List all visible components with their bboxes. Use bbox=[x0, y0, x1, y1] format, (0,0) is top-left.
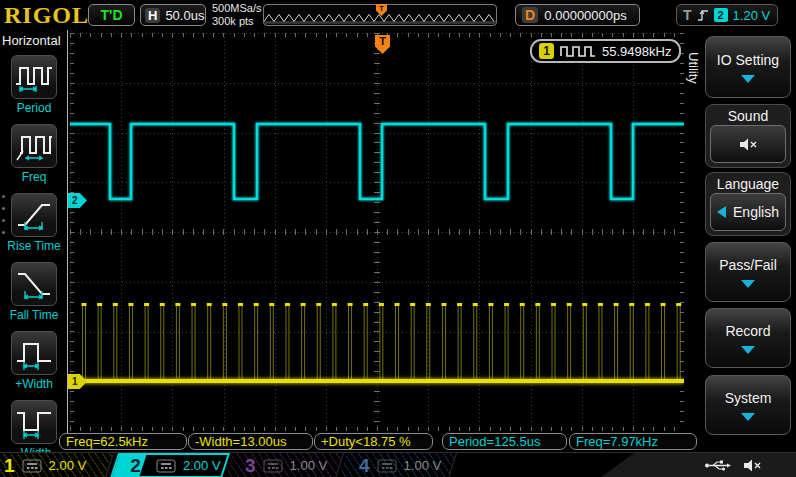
measure-plus-width-label: +Width bbox=[0, 377, 68, 391]
trigger-level-value: 1.20 V bbox=[733, 8, 771, 23]
channel-2-cell[interactable]: 2 2.00 V bbox=[110, 453, 230, 477]
dc-coupling-icon bbox=[156, 459, 176, 473]
measure-sidebar-title: Horizontal bbox=[2, 33, 61, 48]
measure-plus-width-button[interactable] bbox=[11, 331, 57, 375]
chevron-down-icon bbox=[741, 75, 755, 83]
timebase-value: 50.0us bbox=[165, 8, 204, 23]
speaker-muted-icon bbox=[742, 458, 762, 473]
chevron-left-icon bbox=[717, 206, 726, 218]
delay-label: D bbox=[522, 7, 538, 23]
menu-page-dots bbox=[2, 195, 5, 243]
waveform-display bbox=[70, 33, 684, 431]
language-value: English bbox=[733, 204, 779, 220]
trigger-source-channel: 2 bbox=[714, 8, 728, 22]
usb-icon bbox=[704, 459, 732, 472]
io-setting-button[interactable]: IO Setting bbox=[705, 36, 791, 98]
measure-freq-label: Freq bbox=[0, 170, 68, 184]
speaker-muted-icon bbox=[738, 137, 758, 152]
plus-width-icon bbox=[14, 336, 54, 370]
language-group: Language English bbox=[705, 172, 791, 236]
waveform-overview[interactable]: T bbox=[263, 4, 497, 26]
sound-label: Sound bbox=[706, 108, 790, 124]
trigger-status-badge: T'D bbox=[88, 4, 135, 26]
fall-time-icon bbox=[14, 267, 54, 301]
freq-counter-channel: 1 bbox=[539, 43, 554, 59]
channel-3-number: 3 bbox=[245, 453, 256, 477]
channel-4-cell[interactable]: 4 1.00 V bbox=[339, 453, 457, 477]
timebase-badge: H 50.0us bbox=[140, 4, 206, 26]
channel-3-scale: 1.00 V bbox=[290, 458, 328, 473]
channel-4-number: 4 bbox=[359, 453, 370, 477]
measure-freq-button[interactable] bbox=[11, 124, 57, 168]
trigger-info-badge: T 2 1.20 V bbox=[676, 4, 778, 26]
record-label: Record bbox=[725, 323, 770, 339]
horizontal-label: H bbox=[145, 8, 160, 23]
channel-1-cell[interactable]: 1 2.00 V bbox=[0, 453, 114, 477]
measurement-ch1-minus-width: -Width=13.00us bbox=[188, 433, 313, 450]
status-icons-area bbox=[600, 453, 796, 477]
chevron-down-icon bbox=[741, 413, 755, 421]
waveform-display-area: T 1 55.9498kHz bbox=[70, 33, 684, 431]
system-label: System bbox=[725, 390, 772, 406]
channel-1-scale: 2.00 V bbox=[49, 458, 87, 473]
measure-sidebar: Horizontal Period Freq Rise Time Fall Ti… bbox=[0, 30, 68, 450]
channel-status-bar: 1 2.00 V 2 2.00 V 3 bbox=[0, 452, 796, 477]
io-setting-label: IO Setting bbox=[717, 52, 779, 68]
rigol-logo: RIGOL bbox=[4, 2, 89, 29]
language-select-button[interactable]: English bbox=[710, 193, 786, 231]
utility-menu-tab: Utility bbox=[686, 52, 701, 84]
delay-value: 0.00000000ps bbox=[538, 8, 633, 23]
memory-depth: 300k pts bbox=[212, 15, 262, 28]
sample-rate: 500MSa/s bbox=[212, 2, 262, 15]
channel-4-scale: 1.00 V bbox=[404, 458, 442, 473]
acquisition-info: 500MSa/s 300k pts bbox=[212, 2, 262, 28]
record-button[interactable]: Record bbox=[705, 308, 791, 368]
rising-edge-icon bbox=[697, 8, 709, 22]
channel-3-cell[interactable]: 3 1.00 V bbox=[225, 453, 344, 477]
measure-fall-time-button[interactable] bbox=[11, 262, 57, 306]
measurement-ch2-freq: Freq=7.97kHz bbox=[569, 433, 697, 450]
measurement-ch1-plus-duty: +Duty<18.75 % bbox=[314, 433, 433, 450]
measure-minus-width-button[interactable] bbox=[11, 400, 57, 444]
sound-group: Sound bbox=[705, 104, 791, 168]
measure-rise-time-button[interactable] bbox=[11, 193, 57, 237]
trigger-status-text: T'D bbox=[101, 7, 123, 23]
square-wave-icon bbox=[560, 45, 596, 57]
dc-coupling-icon bbox=[22, 459, 42, 473]
measurement-ch2-period: Period=125.5us bbox=[442, 433, 567, 450]
measurement-ch1-freq: Freq=62.5kHz bbox=[59, 433, 187, 450]
measure-period-label: Period bbox=[0, 101, 68, 115]
utility-menu-panel: Utility IO Setting Sound Language Englis… bbox=[684, 30, 796, 450]
channel-2-scale: 2.00 V bbox=[183, 458, 221, 473]
pass-fail-label: Pass/Fail bbox=[719, 257, 777, 273]
sound-toggle-button[interactable] bbox=[710, 125, 786, 163]
freq-icon bbox=[14, 129, 54, 163]
measure-period-button[interactable] bbox=[11, 55, 57, 99]
frequency-counter-badge: 1 55.9498kHz bbox=[530, 39, 681, 63]
chevron-down-icon bbox=[741, 346, 755, 354]
measure-fall-time-label: Fall Time bbox=[0, 308, 68, 322]
freq-counter-value: 55.9498kHz bbox=[602, 44, 671, 59]
dc-coupling-icon bbox=[377, 459, 397, 473]
period-icon bbox=[14, 60, 54, 94]
pass-fail-button[interactable]: Pass/Fail bbox=[705, 242, 791, 302]
top-status-bar: RIGOL T'D H 50.0us 500MSa/s 300k pts T D… bbox=[0, 0, 796, 30]
rise-time-icon bbox=[14, 198, 54, 232]
trigger-label: T bbox=[683, 7, 692, 23]
channel-1-number: 1 bbox=[4, 453, 15, 477]
measure-rise-time-label: Rise Time bbox=[0, 239, 68, 253]
channel-2-number: 2 bbox=[122, 453, 149, 477]
language-label: Language bbox=[706, 176, 790, 192]
minus-width-icon bbox=[14, 405, 54, 439]
chevron-down-icon bbox=[741, 280, 755, 288]
dc-coupling-icon bbox=[263, 459, 283, 473]
delay-badge: D 0.00000000ps bbox=[515, 4, 640, 26]
system-button[interactable]: System bbox=[705, 375, 791, 435]
